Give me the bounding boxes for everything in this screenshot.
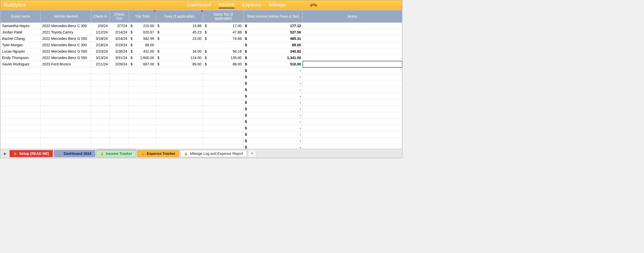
cell[interactable] xyxy=(129,80,156,87)
cell-guest[interactable]: Jordan Patel xyxy=(1,29,41,36)
cell[interactable] xyxy=(1,144,41,149)
cell[interactable] xyxy=(303,131,402,138)
cell[interactable] xyxy=(303,112,402,119)
cell[interactable] xyxy=(303,106,402,112)
cell[interactable] xyxy=(1,99,41,106)
nav-tab-dashboard[interactable]: Dashboard xyxy=(187,2,211,8)
nav-tab-income[interactable]: Income xyxy=(219,2,234,8)
cell[interactable] xyxy=(303,87,402,93)
cell[interactable] xyxy=(1,106,41,112)
cell[interactable]: $510.00 xyxy=(243,61,303,67)
cell-vehicle[interactable]: 2023 Ford Bronco xyxy=(41,61,91,67)
cell[interactable] xyxy=(203,80,243,87)
cell[interactable] xyxy=(129,93,156,99)
col-header-guest[interactable]: Guest name xyxy=(1,10,41,23)
cell[interactable] xyxy=(303,125,402,131)
cell[interactable] xyxy=(1,74,41,80)
cell-checkout[interactable]: 2/26/24 xyxy=(110,61,129,67)
sheet-tab-income[interactable]: 🔒 Income Tracker xyxy=(96,150,136,157)
cell[interactable] xyxy=(203,87,243,93)
cell[interactable] xyxy=(156,93,203,99)
cell-checkin[interactable]: 3/18/24 xyxy=(91,36,110,42)
cell[interactable] xyxy=(41,67,91,74)
cell[interactable] xyxy=(1,119,41,125)
cell-guest[interactable]: Emily Thompson xyxy=(1,55,41,61)
cell[interactable]: $124.00 xyxy=(156,55,203,61)
cell[interactable] xyxy=(41,144,91,149)
cell[interactable]: $1,341.00 xyxy=(243,55,303,61)
col-header-income[interactable]: Total Income (minus Fees & Tax) xyxy=(243,10,303,23)
add-sheet-button[interactable]: + xyxy=(248,150,256,157)
cell[interactable] xyxy=(129,74,156,80)
cell-notes[interactable] xyxy=(303,48,402,55)
sheet-tab-dashboard[interactable]: 🔒 Dashboard 2024 xyxy=(54,150,95,157)
cell[interactable]: $17.00 xyxy=(203,23,243,29)
cell-vehicle[interactable]: 2022 Mercedes-Benz G 550 xyxy=(41,48,91,55)
cell-notes[interactable] xyxy=(303,23,402,29)
cell-checkout[interactable]: 2/26/24 xyxy=(110,48,129,55)
cell[interactable] xyxy=(156,125,203,131)
cell[interactable]: $- xyxy=(243,119,303,125)
sheet-nav-arrow[interactable]: ▶ xyxy=(2,150,8,157)
cell-checkout[interactable]: 3/24/24 xyxy=(110,36,129,42)
table-container[interactable]: Guest name Vehicle Rented Check In Check… xyxy=(0,10,402,149)
cell[interactable] xyxy=(156,80,203,87)
cell-checkin[interactable]: 2/11/24 xyxy=(91,61,110,67)
cell[interactable] xyxy=(156,138,203,144)
cell[interactable] xyxy=(110,87,129,93)
cell[interactable] xyxy=(203,99,243,106)
cell[interactable] xyxy=(110,138,129,144)
cell-vehicle[interactable]: 2021 Toyota Camry xyxy=(41,29,91,36)
cell[interactable] xyxy=(203,144,243,149)
cell[interactable]: $135.00 xyxy=(203,55,243,61)
cell[interactable] xyxy=(156,106,203,112)
cell[interactable] xyxy=(129,119,156,125)
sheet-tab-expense[interactable]: 🔒 Expense Tracker xyxy=(137,150,179,157)
cell[interactable]: $34.00 xyxy=(156,48,203,55)
cell-guest[interactable]: Rachel Chang xyxy=(1,36,41,42)
col-header-checkin[interactable]: Check In xyxy=(91,10,110,23)
cell-guest[interactable]: Samantha Hayes xyxy=(1,23,41,29)
cell[interactable] xyxy=(91,119,110,125)
cell[interactable] xyxy=(156,112,203,119)
cell[interactable]: $- xyxy=(243,112,303,119)
cell-checkin[interactable]: 3/13/24 xyxy=(91,55,110,61)
cell[interactable] xyxy=(129,131,156,138)
cell[interactable] xyxy=(91,144,110,149)
cell[interactable] xyxy=(41,131,91,138)
cell[interactable] xyxy=(203,74,243,80)
cell[interactable] xyxy=(156,119,203,125)
cell[interactable]: $582.99 xyxy=(129,36,156,42)
cell[interactable] xyxy=(129,99,156,106)
cell[interactable] xyxy=(110,74,129,80)
cell[interactable] xyxy=(110,112,129,119)
cell-checkout[interactable]: 2/14/24 xyxy=(110,29,129,36)
cell[interactable] xyxy=(203,93,243,99)
cell[interactable] xyxy=(1,131,41,138)
cell[interactable] xyxy=(129,87,156,93)
cell-notes[interactable] xyxy=(303,36,402,42)
cell[interactable] xyxy=(303,80,402,87)
cell-notes[interactable] xyxy=(303,55,402,61)
cell[interactable]: $- xyxy=(243,138,303,144)
cell[interactable] xyxy=(1,87,41,93)
cell[interactable]: $23.00 xyxy=(156,36,203,42)
cell[interactable] xyxy=(129,67,156,74)
cell[interactable]: $1,600.00 xyxy=(129,55,156,61)
cell[interactable] xyxy=(303,99,402,106)
cell-vehicle[interactable]: 2022 Mercedes-Benz G 550 xyxy=(41,36,91,42)
cell[interactable]: $687.00 xyxy=(129,61,156,67)
cell[interactable]: $- xyxy=(243,93,303,99)
cell[interactable] xyxy=(129,112,156,119)
cell[interactable] xyxy=(129,106,156,112)
cell[interactable] xyxy=(91,131,110,138)
cell[interactable] xyxy=(91,138,110,144)
cell-checkin[interactable]: 2/3/24 xyxy=(91,23,110,29)
cell[interactable]: $- xyxy=(243,144,303,149)
cell[interactable]: $- xyxy=(243,125,303,131)
cell[interactable] xyxy=(1,93,41,99)
note-indicator-icon[interactable] xyxy=(153,10,156,13)
cell[interactable] xyxy=(41,80,91,87)
cell[interactable] xyxy=(1,67,41,74)
cell[interactable]: $88.00 xyxy=(203,61,243,67)
